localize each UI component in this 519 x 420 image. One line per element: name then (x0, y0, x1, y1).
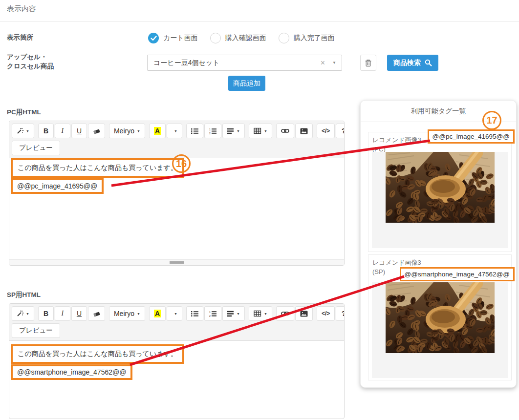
pc-html-section-label: PC用HTML (7, 107, 41, 117)
font-family-button[interactable]: Meiryo ▼ (109, 306, 145, 321)
bold-button[interactable]: B (38, 306, 54, 321)
chevron-down-icon: ▼ (264, 129, 267, 133)
delete-product-button[interactable] (360, 55, 376, 71)
paragraph-align-button[interactable]: ▼ (222, 306, 245, 321)
chevron-down-icon: ▼ (137, 129, 140, 133)
radio-cart-screen[interactable]: カート画面 (148, 33, 198, 43)
ordered-list-button[interactable]: 12 (204, 124, 221, 138)
annotated-tag-line: @@smartphone_image_47562@@ (11, 364, 132, 380)
bold-button[interactable]: B (38, 124, 54, 138)
sp-editor-toolbar: ▼ B I U Meiryo ▼ (9, 304, 344, 341)
sp-editor-content[interactable]: この商品を買った人はこんな商品も買っています。 @@smartphone_ima… (9, 341, 344, 380)
font-color-button[interactable]: A (149, 124, 166, 138)
clear-format-button[interactable] (88, 306, 105, 321)
link-icon (281, 128, 289, 134)
table-button[interactable]: ▼ (249, 306, 272, 321)
chevron-down-icon: ▼ (264, 312, 267, 315)
chevron-down-icon: ▼ (137, 312, 140, 315)
font-family-button[interactable]: Meiryo ▼ (109, 124, 145, 138)
display-location-label: 表示箇所 (7, 33, 33, 42)
svg-text:1: 1 (209, 128, 211, 131)
product-add-button[interactable]: 商品追加 (228, 76, 265, 91)
annotated-text-line: この商品を買った人はこんな商品も買っています。 (11, 344, 184, 364)
tag-image-area (372, 152, 508, 248)
italic-button[interactable]: I (55, 306, 70, 321)
magnifier-icon (425, 59, 432, 66)
product-select-value: コーヒー豆4個セット (148, 59, 321, 67)
ordered-list-button[interactable]: 12 (204, 306, 221, 321)
sp-html-editor: ▼ B I U Meiryo ▼ (9, 303, 345, 419)
preview-button[interactable]: プレビュー (12, 323, 60, 338)
upsell-crosssell-label: アップセル・ クロスセル商品 (7, 52, 54, 71)
annotated-text-line: この商品を買った人はこんな商品も買っています。 (11, 158, 184, 178)
magic-wand-icon (17, 127, 23, 134)
code-view-button[interactable]: </> (317, 306, 335, 321)
magic-wand-icon (17, 310, 23, 317)
eraser-icon (93, 310, 100, 317)
italic-button[interactable]: I (55, 124, 70, 138)
pc-editor-toolbar: ▼ B I U Meiryo ▼ (9, 121, 344, 158)
list-ol-icon: 12 (209, 128, 216, 134)
help-button[interactable]: ? (336, 124, 345, 138)
radio-unchecked-icon (279, 33, 289, 43)
font-color-caret-button[interactable]: ▼ (167, 124, 182, 138)
svg-text:2: 2 (209, 131, 211, 134)
radio-label: 購入確認画面 (225, 34, 266, 42)
page-title: 表示内容 (7, 4, 36, 14)
image-icon (300, 128, 308, 134)
style-magic-button[interactable]: ▼ (12, 124, 34, 138)
available-tags-panel: 利用可能タグ一覧 レコメンド画像3 (PC) @@pc_image_41695@… (360, 100, 517, 388)
chevron-down-icon: ▼ (174, 312, 177, 315)
tag-image-area (372, 282, 508, 378)
radio-purchase-confirm-screen[interactable]: 購入確認画面 (210, 33, 266, 43)
product-select[interactable]: コーヒー豆4個セット × ▼ (147, 55, 342, 71)
available-tags-title: 利用可能タグ一覧 (361, 101, 516, 122)
image-button[interactable] (295, 124, 313, 138)
eraser-icon (93, 127, 100, 134)
font-color-icon: A (154, 310, 161, 317)
image-button[interactable] (295, 306, 313, 321)
link-button[interactable] (276, 306, 294, 321)
font-color-caret-button[interactable]: ▼ (167, 306, 182, 321)
paragraph-align-button[interactable]: ▼ (222, 124, 245, 138)
pc-editor-content[interactable]: この商品を買った人はこんな商品も買っています。 @@pc_image_41695… (9, 158, 344, 194)
radio-purchase-complete-screen[interactable]: 購入完了画面 (279, 33, 335, 43)
table-icon (254, 310, 261, 317)
tag-label: レコメンド画像3 (372, 258, 507, 267)
coffee-beans-photo (386, 152, 495, 223)
svg-text:1: 1 (209, 311, 211, 314)
radio-unchecked-icon (210, 33, 221, 43)
code-view-button[interactable]: </> (317, 124, 335, 138)
resize-grip-icon (170, 261, 184, 262)
chevron-down-icon: ▼ (237, 312, 240, 315)
editor-resize-handle[interactable] (9, 259, 344, 265)
unordered-list-button[interactable] (186, 124, 203, 138)
align-left-icon (227, 128, 234, 134)
style-magic-button[interactable]: ▼ (12, 306, 34, 321)
chevron-down-icon: ▼ (237, 129, 240, 133)
unordered-list-button[interactable] (186, 306, 203, 321)
font-color-button[interactable]: A (149, 306, 166, 321)
font-color-icon: A (154, 127, 161, 135)
pc-html-editor: ▼ B I U Meiryo ▼ (9, 121, 345, 266)
list-ol-icon: 12 (209, 311, 216, 317)
link-icon (281, 311, 289, 316)
chevron-down-icon[interactable]: ▼ (332, 61, 336, 65)
underline-button[interactable]: U (71, 124, 87, 138)
underline-button[interactable]: U (71, 306, 87, 321)
help-button[interactable]: ? (336, 306, 345, 321)
link-button[interactable] (276, 124, 294, 138)
svg-text:2: 2 (209, 314, 211, 316)
clear-format-button[interactable] (88, 124, 105, 138)
table-button[interactable]: ▼ (249, 124, 272, 138)
display-content-page: 表示内容 表示箇所 カート画面 購入確認画面 購入完了画面 アップセル・ クロス… (0, 0, 519, 420)
preview-button[interactable]: プレビュー (12, 141, 60, 155)
align-left-icon (227, 311, 234, 317)
image-icon (300, 311, 308, 317)
chevron-down-icon: ▼ (26, 129, 29, 133)
coffee-beans-photo (386, 282, 495, 353)
product-search-button[interactable]: 商品検索 (387, 55, 438, 71)
close-icon[interactable]: × (321, 59, 325, 67)
annotated-tag-line: @@pc_image_41695@@ (11, 178, 104, 194)
header-divider (0, 21, 519, 22)
